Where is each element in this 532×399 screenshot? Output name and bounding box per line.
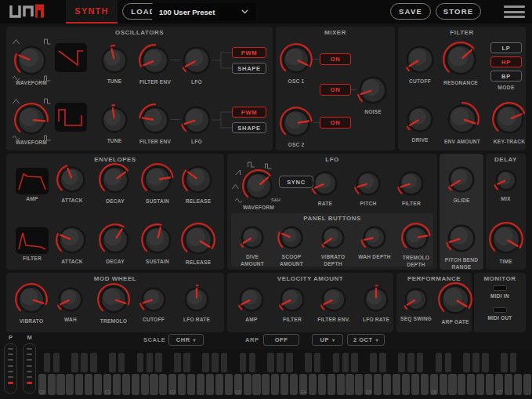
white-key[interactable] — [505, 374, 512, 395]
white-key[interactable] — [94, 374, 102, 395]
save-button[interactable]: SAVE — [390, 3, 431, 20]
black-key[interactable] — [501, 353, 508, 372]
black-key[interactable] — [267, 353, 274, 372]
black-key[interactable] — [379, 353, 386, 372]
env-amount-knob[interactable]: ENV AMOUNT — [439, 101, 486, 146]
mod-vibrato-knob[interactable]: VIBRATO — [11, 282, 52, 325]
white-key[interactable] — [337, 374, 345, 395]
resonance-knob[interactable]: RESONANCE — [437, 41, 484, 87]
white-key[interactable] — [421, 374, 429, 395]
mixer-osc2-knob[interactable]: OSC 2 — [276, 106, 317, 149]
osc2-tune-knob[interactable]: TUNE — [94, 103, 135, 145]
black-key[interactable] — [212, 353, 219, 372]
glide-knob[interactable]: GLIDE — [441, 163, 482, 205]
black-key[interactable] — [333, 353, 340, 372]
white-key[interactable] — [244, 374, 252, 395]
white-key[interactable] — [355, 374, 363, 395]
velocity-lfo-rate-knob[interactable]: LFO RATE — [356, 284, 396, 324]
black-key[interactable] — [510, 353, 517, 372]
store-button[interactable]: STORE — [436, 3, 481, 20]
white-key[interactable] — [467, 374, 475, 395]
mod-cutoff-knob[interactable]: CUTOFF — [133, 284, 174, 324]
filter-release-knob[interactable]: RELEASE — [178, 222, 219, 267]
white-key[interactable] — [290, 374, 298, 395]
filter-mode-lp-button[interactable]: LP — [490, 42, 522, 53]
velocity-amp-knob[interactable]: AMP — [231, 284, 272, 324]
arp-range-selector[interactable]: 2 OCT▾ — [347, 334, 385, 346]
delay-time-knob[interactable]: TIME — [486, 221, 526, 266]
key-track-knob[interactable]: KEY-TRACK — [487, 101, 531, 146]
lfo-pitch-knob[interactable]: PITCH — [348, 168, 389, 208]
black-key[interactable] — [314, 353, 321, 372]
vibrato-depth-knob[interactable]: VIBRATO DEPTH — [314, 223, 352, 267]
white-key[interactable] — [374, 374, 382, 395]
osc2-pwm-button[interactable]: PWM — [232, 107, 266, 118]
white-key[interactable] — [197, 374, 204, 395]
black-key[interactable] — [221, 353, 228, 372]
arp-direction-selector[interactable]: UP▾ — [312, 334, 343, 346]
white-key[interactable] — [225, 374, 233, 395]
mixer-osc1-knob[interactable]: OSC 1 — [276, 42, 317, 85]
arp-gate-knob[interactable]: ARP GATE — [437, 281, 473, 326]
mod-lfo-rate-knob[interactable]: LFO RATE — [176, 284, 217, 324]
white-key[interactable]: C1 — [103, 374, 111, 395]
white-key[interactable]: C3 — [234, 374, 242, 395]
amp-release-knob[interactable]: RELEASE — [178, 162, 219, 205]
filter-decay-knob[interactable]: DECAY — [95, 223, 136, 266]
black-key[interactable] — [277, 353, 284, 372]
wah-depth-knob[interactable]: WAH DEPTH — [356, 223, 393, 261]
white-key[interactable] — [383, 374, 391, 395]
white-key[interactable]: C4 — [299, 374, 307, 395]
lfo-rate-knob[interactable]: RATE — [305, 168, 346, 208]
black-key[interactable] — [44, 353, 51, 372]
black-key[interactable] — [286, 353, 293, 372]
lfo-filter-knob[interactable]: FILTER — [391, 168, 432, 208]
white-key[interactable] — [215, 374, 223, 395]
white-key[interactable] — [486, 374, 494, 395]
arp-toggle-button[interactable]: OFF — [263, 334, 299, 346]
noise-on-button[interactable]: ON — [320, 84, 351, 96]
amp-decay-knob[interactable]: DECAY — [95, 162, 136, 205]
white-key[interactable] — [252, 374, 260, 395]
white-key[interactable]: C5 — [364, 374, 372, 395]
velocity-filter-env-knob[interactable]: FILTER ENV. — [313, 284, 354, 324]
black-key[interactable] — [81, 353, 88, 372]
white-key[interactable] — [75, 374, 83, 395]
white-key[interactable] — [48, 374, 56, 395]
black-key[interactable] — [445, 353, 452, 372]
white-key[interactable] — [150, 374, 157, 395]
amp-sustain-knob[interactable]: SUSTAIN — [137, 162, 178, 205]
black-key[interactable] — [472, 353, 480, 372]
black-key[interactable] — [398, 353, 405, 372]
white-key[interactable] — [309, 374, 317, 395]
white-key[interactable] — [85, 374, 92, 395]
black-key[interactable] — [90, 353, 97, 372]
filter-mode-hp-button[interactable]: HP — [490, 56, 522, 67]
dive-amount-knob[interactable]: DIVE AMOUNT — [233, 223, 271, 267]
white-key[interactable] — [56, 374, 64, 395]
white-key[interactable] — [476, 374, 484, 395]
black-key[interactable] — [463, 353, 470, 372]
lfo-waveform-knob[interactable]: WAVEFORM — [238, 169, 279, 212]
white-key[interactable] — [113, 374, 121, 395]
white-key[interactable] — [262, 374, 270, 395]
osc1-filter-env-knob[interactable]: FILTER ENV — [135, 43, 176, 86]
black-key[interactable] — [407, 353, 414, 372]
preset-selector[interactable]: 100 User Preset — [152, 3, 255, 20]
white-key[interactable] — [346, 374, 353, 395]
white-key[interactable] — [318, 374, 326, 395]
black-key[interactable] — [417, 353, 424, 372]
black-key[interactable] — [183, 353, 190, 372]
black-key[interactable] — [137, 353, 144, 372]
white-key[interactable] — [328, 374, 335, 395]
filter-sustain-knob[interactable]: SUSTAIN — [137, 223, 178, 266]
osc1-tune-knob[interactable]: TUNE — [94, 44, 135, 85]
white-key[interactable]: C7 — [495, 374, 503, 395]
black-key[interactable] — [342, 353, 349, 372]
black-key[interactable] — [118, 353, 125, 372]
osc2-filter-env-knob[interactable]: FILTER ENV — [135, 103, 176, 146]
black-key[interactable] — [482, 353, 489, 372]
filter-mode-bp-button[interactable]: BP — [490, 71, 522, 82]
pitch-bend-range-knob[interactable]: PITCH BEND RANGE — [441, 221, 482, 270]
white-key[interactable] — [178, 374, 186, 395]
